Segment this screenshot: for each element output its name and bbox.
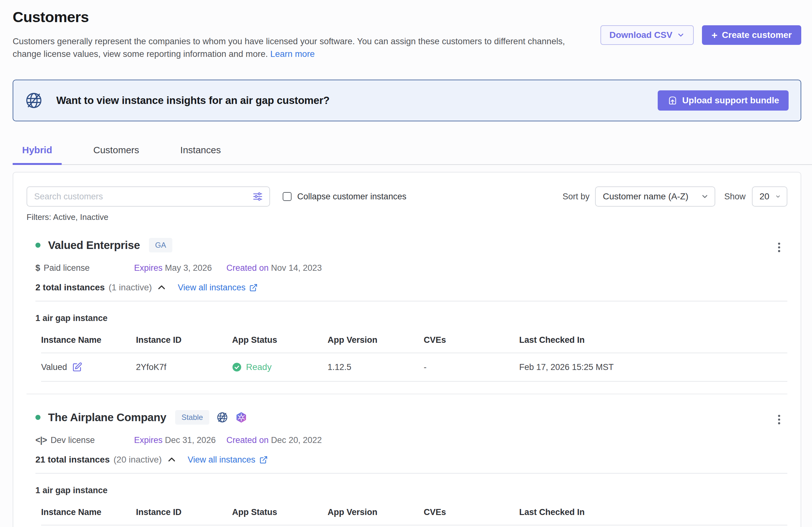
customers-page: Customers Customers generally represent … xyxy=(0,0,812,527)
cves: - xyxy=(424,362,519,372)
upload-support-bundle-button[interactable]: Upload support bundle xyxy=(658,90,788,110)
view-all-instances-link[interactable]: View all instances xyxy=(178,283,258,292)
dev-license-icon: <|> xyxy=(35,435,47,445)
filter-sliders-icon[interactable] xyxy=(252,191,263,202)
chevron-down-icon xyxy=(701,192,709,201)
total-instances: 21 total instances xyxy=(35,455,110,465)
chevron-down-icon xyxy=(677,31,685,39)
active-filters-text: Filters: Active, Inactive xyxy=(27,212,787,222)
external-link-icon xyxy=(249,283,258,292)
toolbar: Collapse customer instances Sort by Cust… xyxy=(27,186,787,207)
chevron-down-icon xyxy=(775,192,781,201)
collapse-label: Collapse customer instances xyxy=(297,192,406,201)
inactive-count: (20 inactive) xyxy=(114,455,162,465)
airgap-globe-icon xyxy=(25,91,43,110)
sort-by-label: Sort by xyxy=(563,192,590,201)
sort-by-select[interactable]: Customer name (A-Z) xyxy=(595,186,715,207)
kebab-menu-icon[interactable] xyxy=(773,241,785,254)
app-version: 1.12.5 xyxy=(328,362,424,372)
inactive-count: (1 inactive) xyxy=(108,283,152,292)
search-box xyxy=(27,186,270,207)
toolbar-right: Sort by Customer name (A-Z) Show 20 xyxy=(563,186,787,207)
search-input[interactable] xyxy=(34,192,252,201)
tab-customers[interactable]: Customers xyxy=(84,145,149,164)
airgap-instance-heading: 1 air gap instance xyxy=(35,486,787,495)
header-actions: Download CSV + Create customer xyxy=(600,25,801,45)
edit-icon[interactable] xyxy=(72,362,82,372)
instance-name: Valued xyxy=(41,362,67,372)
kubernetes-icon xyxy=(235,411,247,423)
customer-valued-enterprise: Valued Enterprise GA $ Paid license Expi… xyxy=(27,237,787,382)
page-header: Customers Customers generally represent … xyxy=(13,0,801,60)
show-select[interactable]: 20 xyxy=(752,186,787,207)
tab-hybrid[interactable]: Hybrid xyxy=(13,145,62,164)
view-all-instances-link[interactable]: View all instances xyxy=(188,455,268,465)
created-date: Created on Nov 14, 2023 xyxy=(227,263,322,273)
instance-id: 2YfoK7f xyxy=(136,362,232,372)
airgap-instance-heading: 1 air gap instance xyxy=(35,313,787,323)
upload-icon xyxy=(667,95,678,106)
expires-date: Expires Dec 31, 2026 xyxy=(134,435,227,445)
divider xyxy=(35,473,787,473)
created-date: Created on Dec 20, 2022 xyxy=(227,435,322,445)
active-status-dot xyxy=(35,243,41,248)
last-checked-in: Feb 17, 2026 15:25 MST xyxy=(519,362,787,372)
kebab-menu-icon[interactable] xyxy=(773,413,785,426)
app-status: Ready xyxy=(232,362,328,372)
paid-license-icon: $ xyxy=(35,263,40,273)
instances-table: Instance Name Instance ID App Status App… xyxy=(35,508,787,525)
license-type: $ Paid license xyxy=(35,263,134,273)
table-header-row: Instance Name Instance ID App Status App… xyxy=(41,508,787,525)
total-instances: 2 total instances xyxy=(35,283,105,292)
channel-badge: Stable xyxy=(175,410,209,425)
airgap-globe-icon xyxy=(216,411,228,423)
customers-card: Collapse customer instances Sort by Cust… xyxy=(13,172,801,527)
page-description: Customers generally represent the compan… xyxy=(13,35,582,60)
expires-date: Expires May 3, 2026 xyxy=(134,263,227,273)
divider xyxy=(35,301,787,301)
tab-bar: Hybrid Customers Instances xyxy=(13,145,812,165)
banner-title: Want to view instance insights for an ai… xyxy=(56,94,330,106)
page-title: Customers xyxy=(13,8,582,26)
collapse-checkbox[interactable] xyxy=(283,192,292,201)
external-link-icon xyxy=(259,456,268,464)
collapse-chevron-up-icon[interactable] xyxy=(167,455,176,464)
show-label: Show xyxy=(724,192,745,201)
instances-table: Instance Name Instance ID App Status App… xyxy=(35,335,787,382)
customer-name[interactable]: Valued Enterprise xyxy=(48,239,140,252)
customer-the-airplane-company: The Airplane Company Stable xyxy=(27,409,787,525)
check-circle-icon xyxy=(232,362,242,372)
license-type: <|> Dev license xyxy=(35,435,134,445)
table-header-row: Instance Name Instance ID App Status App… xyxy=(41,335,787,353)
airgap-insights-banner: Want to view instance insights for an ai… xyxy=(13,80,801,121)
learn-more-link[interactable]: Learn more xyxy=(270,49,315,59)
plus-icon: + xyxy=(711,30,717,40)
customer-name[interactable]: The Airplane Company xyxy=(48,411,166,424)
collapse-instances-toggle[interactable]: Collapse customer instances xyxy=(283,192,406,201)
active-status-dot xyxy=(35,415,41,420)
create-customer-button[interactable]: + Create customer xyxy=(702,25,801,45)
channel-badge: GA xyxy=(149,238,173,253)
customer-separator xyxy=(27,394,787,394)
tab-instances[interactable]: Instances xyxy=(171,145,230,164)
download-csv-button[interactable]: Download CSV xyxy=(600,25,694,45)
collapse-chevron-up-icon[interactable] xyxy=(157,283,166,292)
table-row: Valued 2YfoK7f Ready 1. xyxy=(41,353,787,382)
